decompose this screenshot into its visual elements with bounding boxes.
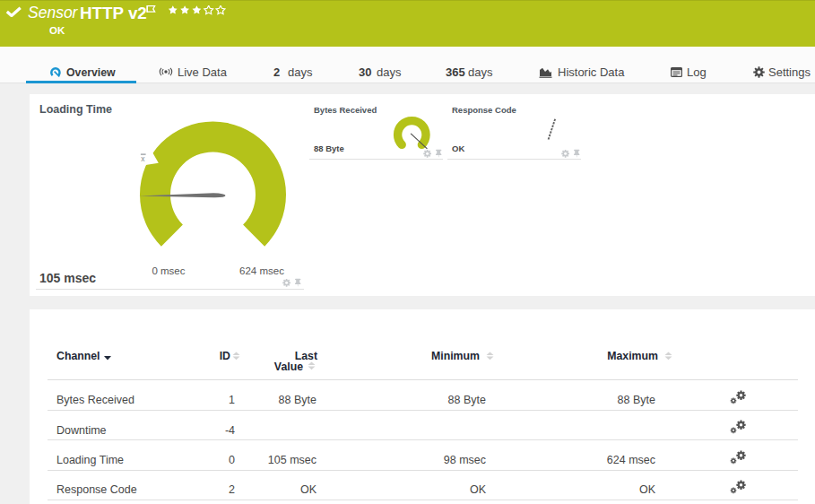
svg-text:x: x: [141, 154, 145, 163]
